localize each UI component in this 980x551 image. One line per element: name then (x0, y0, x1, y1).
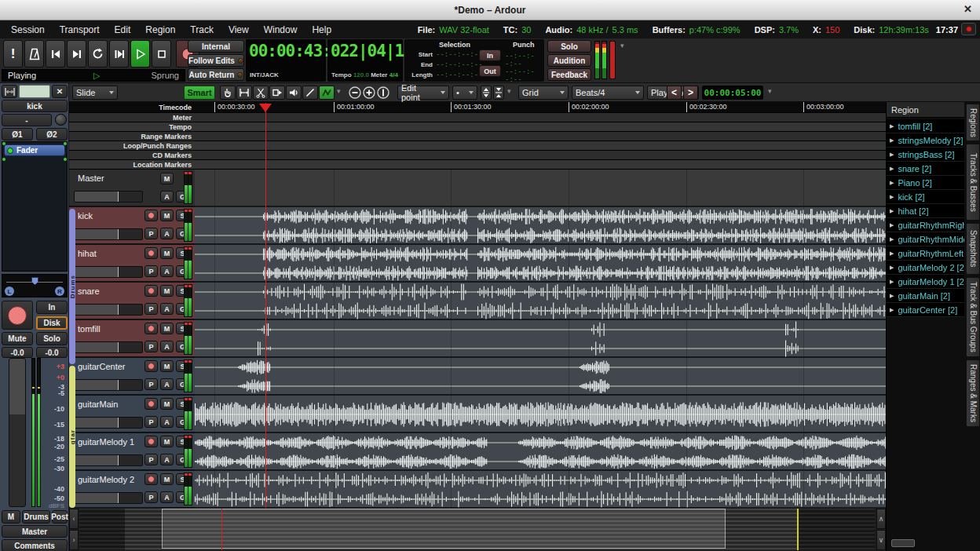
strip-name-field[interactable] (19, 85, 50, 98)
nudge-clock[interactable]: 00:00:05:00 (702, 86, 763, 100)
goto-start-button[interactable] (46, 40, 65, 68)
nudge-backward-button[interactable]: < (667, 86, 682, 100)
region-list-item[interactable]: ▶stringsBass [2] (887, 148, 964, 162)
tools-overflow-chevron-icon[interactable]: ▾ (337, 87, 341, 95)
track-header-kick[interactable]: kickMSPAG (69, 207, 195, 245)
playlist-button[interactable]: P (144, 491, 158, 503)
track-gain-fader[interactable] (74, 379, 143, 391)
automation-button[interactable]: A (160, 303, 174, 315)
secondary-clock[interactable]: 022|04|1341 Tempo 120.0 Meter 4/4 (327, 39, 403, 82)
playlist-button[interactable]: P (144, 228, 158, 239)
zoom-overflow-chevron-icon[interactable]: ▾ (507, 87, 511, 95)
automation-button[interactable]: A (160, 228, 174, 239)
playlist-button[interactable]: P (144, 341, 158, 352)
ruler-tempo[interactable]: Tempo (69, 122, 886, 132)
track-name[interactable]: hihat (78, 249, 97, 258)
audition-tool-button[interactable] (286, 86, 302, 100)
processor-box[interactable]: Fader (2, 141, 68, 272)
expander-icon[interactable]: ▶ (890, 236, 894, 243)
gain-line-tool-button[interactable] (302, 86, 318, 100)
metronome-button[interactable] (24, 40, 44, 68)
rec-enable-button[interactable] (144, 247, 158, 259)
toolbar-overflow-chevron-icon[interactable]: ▾ (768, 87, 772, 95)
goto-end-button[interactable] (67, 40, 86, 68)
phase-2-button[interactable]: Ø2 (36, 128, 68, 140)
rec-enable-button[interactable] (144, 323, 158, 334)
auto-return-button[interactable]: Auto Return (188, 68, 244, 81)
play-range-button[interactable] (109, 40, 129, 68)
sidebar-scrollbar[interactable] (891, 539, 915, 547)
smart-mode-button[interactable]: Smart (184, 86, 215, 100)
playlist-button[interactable]: P (144, 265, 158, 277)
region-list-item[interactable]: ▶tomfill [2] (887, 119, 964, 133)
track-name[interactable]: guitarMelody 2 (78, 475, 134, 484)
region-list-item[interactable]: ▶guitarRhythmMiddle (887, 232, 964, 246)
menu-help[interactable]: Help (312, 24, 331, 35)
expander-icon[interactable]: ▶ (890, 208, 894, 214)
automation-button[interactable]: A (160, 341, 174, 352)
feedback-button[interactable]: Feedback (547, 68, 591, 81)
comments-button[interactable]: Comments (2, 539, 68, 551)
play-button[interactable] (130, 40, 150, 68)
edit-mode-dropdown[interactable]: Slide (72, 86, 118, 100)
track-header-guitarmain[interactable]: guitarMainMSPAG (69, 396, 195, 433)
scroll-down-button[interactable]: ∨ (876, 530, 886, 550)
region-list-item[interactable]: ▶hihat [2] (887, 204, 964, 218)
solo-button[interactable]: Solo (547, 40, 591, 53)
track-header-snare[interactable]: snareMSPAG (69, 283, 195, 320)
snap-mode-dropdown[interactable]: Grid (518, 86, 569, 100)
expander-icon[interactable]: ▶ (890, 194, 894, 200)
track-lane-hihat[interactable] (195, 245, 886, 283)
track-mute-button[interactable]: M (160, 210, 174, 221)
track-mute-button[interactable]: M (160, 323, 174, 334)
track-lane-tomfill[interactable] (195, 320, 886, 358)
scroll-left-button[interactable]: ‹ (69, 509, 79, 529)
region-list-item[interactable]: ▶snare [2] (887, 162, 964, 176)
ruler-cd-markers[interactable]: CD Markers (69, 151, 886, 160)
tab-mixer-post[interactable]: Post (52, 510, 68, 524)
track-name[interactable]: kick (78, 211, 93, 221)
ruler-timecode[interactable]: Timecode00:00:30:0000:01:00:0000:01:30:0… (69, 102, 886, 113)
track-mute-button[interactable]: M (160, 436, 174, 447)
primary-clock[interactable]: 00:00:43:25 INT/JACK (246, 39, 326, 82)
sidebar-tab-tracks-busses[interactable]: Tracks & Busses (966, 144, 980, 221)
track-header-guitarcenter[interactable]: guitarCenterMSPAG (69, 358, 195, 396)
master-mute-button[interactable]: M (160, 173, 174, 184)
expander-icon[interactable]: ▶ (890, 180, 894, 186)
track-gain-fader[interactable] (74, 266, 143, 278)
menu-region[interactable]: Region (145, 24, 175, 35)
track-name[interactable]: guitarMelody 1 (78, 437, 134, 447)
ruler-location-markers[interactable]: Location Markers (69, 160, 886, 170)
ruler-range-markers[interactable]: Range Markers (69, 132, 886, 141)
punch-out-button[interactable]: Out (479, 65, 501, 77)
ruler-loop-punch-ranges[interactable]: Loop/Punch Ranges (69, 141, 886, 151)
trim-knob[interactable] (55, 114, 67, 126)
stop-button[interactable] (152, 40, 171, 68)
ruler-meter[interactable]: Meter (69, 113, 886, 122)
track-gain-fader[interactable] (74, 228, 143, 240)
nudge-forward-button[interactable]: > (683, 86, 698, 100)
track-gain-fader[interactable] (74, 492, 143, 504)
range-tool-button[interactable] (269, 86, 285, 100)
region-list-item[interactable]: ▶kick [2] (887, 190, 964, 204)
playhead-line[interactable] (265, 103, 266, 508)
fader-processor-entry[interactable]: Fader (4, 144, 65, 156)
edit-point-dropdown[interactable]: Edit point (397, 86, 449, 100)
rec-enable-button[interactable] (144, 285, 158, 297)
region-list-item[interactable]: ▶guitarMelody 2 [2] (887, 261, 964, 275)
track-lane-guitarmelody-2[interactable] (195, 471, 886, 508)
vertical-shrink-button[interactable] (481, 86, 492, 100)
cut-tool-button[interactable] (253, 86, 269, 100)
input-monitor-button[interactable]: In (36, 301, 68, 314)
expander-icon[interactable]: ▶ (890, 293, 894, 299)
summary-view-rectangle[interactable] (162, 509, 726, 549)
rec-enable-button[interactable] (144, 398, 158, 410)
rec-enable-button[interactable] (144, 210, 158, 221)
expander-icon[interactable]: ▶ (890, 279, 894, 285)
sidebar-tab-ranges-marks[interactable]: Ranges & Marks (966, 359, 980, 427)
strip-solo-button[interactable]: Solo (36, 332, 68, 345)
automation-button[interactable]: A (160, 454, 174, 465)
grab-tool-button[interactable] (220, 86, 236, 100)
close-window-icon[interactable]: ✕ (964, 3, 972, 15)
expander-icon[interactable]: ▶ (890, 307, 894, 313)
